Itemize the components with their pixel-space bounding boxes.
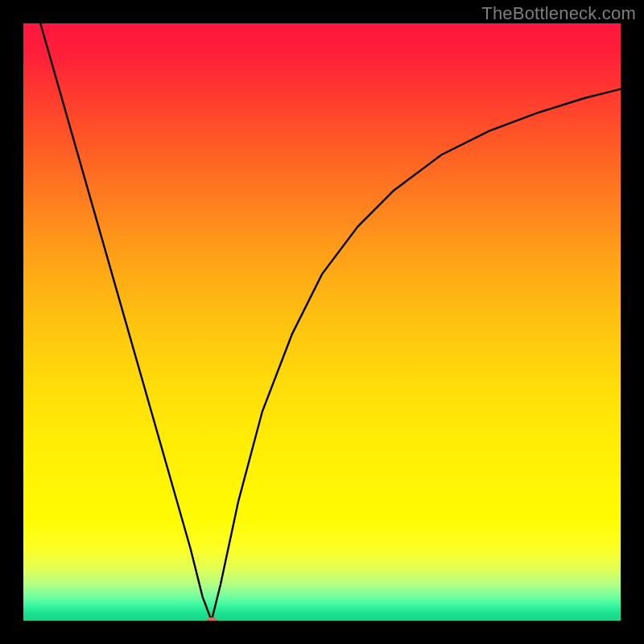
watermark-text: TheBottleneck.com [481, 3, 636, 24]
bottleneck-curve [23, 23, 621, 621]
plot-area [23, 23, 621, 621]
optimal-point-marker [207, 617, 217, 621]
chart-frame: TheBottleneck.com [0, 0, 644, 644]
